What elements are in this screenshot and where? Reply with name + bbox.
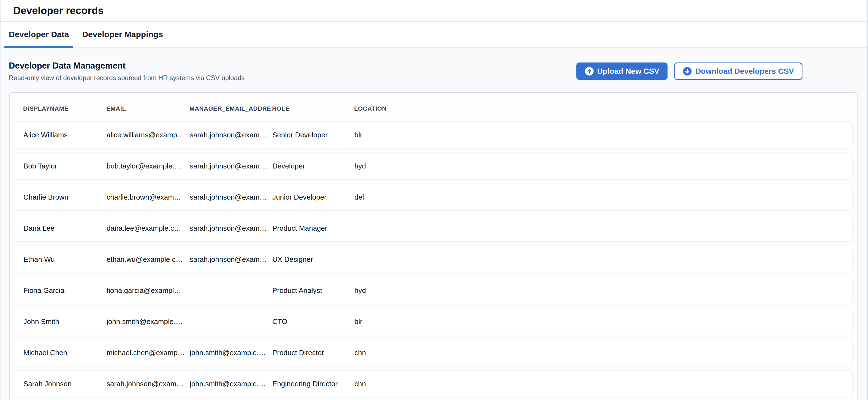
cell-displayname: Alice Williams: [23, 131, 106, 139]
content-area: Developer Data Management Read-only view…: [1, 48, 867, 399]
cell-manager-email: sarah.johnson@exam…: [190, 255, 272, 264]
cell-role: UX Designer: [272, 255, 354, 264]
cell-email: ethan.wu@example.c…: [106, 255, 190, 264]
page-header: Developer records: [1, 0, 867, 22]
cell-displayname: Ethan Wu: [23, 255, 106, 264]
cell-email: bob.taylor@example.…: [106, 162, 190, 171]
active-tab-indicator: [4, 46, 73, 48]
upload-new-csv-label: Upload New CSV: [597, 67, 659, 76]
table-row: Dana Lee dana.lee@example.c… sarah.johns…: [14, 215, 852, 242]
column-header-displayname: DISPLAYNAME: [23, 105, 106, 112]
download-developers-csv-label: Download Developers CSV: [695, 67, 794, 76]
column-header-email: EMAIL: [106, 105, 189, 112]
cell-manager-email: sarah.johnson@exam…: [190, 224, 272, 233]
cell-manager-email: john.smith@example.…: [190, 380, 272, 388]
section-heading: Developer Data Management: [9, 61, 245, 71]
tab-developer-mappings[interactable]: Developer Mappings: [78, 22, 167, 47]
tab-developer-mappings-label: Developer Mappings: [82, 30, 163, 39]
cell-location: chn: [354, 348, 847, 357]
table-row: Ethan Wu ethan.wu@example.c… sarah.johns…: [14, 246, 852, 273]
developer-table-card: DISPLAYNAME EMAIL MANAGER_EMAIL_ADDRE… R…: [9, 92, 858, 400]
cell-email: charlie.brown@exam…: [106, 193, 190, 202]
cell-location: blr: [354, 131, 847, 139]
download-developers-csv-button[interactable]: Download Developers CSV: [674, 62, 802, 80]
header-actions: Upload New CSV Download Developers CSV: [577, 62, 802, 80]
section-header-text: Developer Data Management Read-only view…: [9, 61, 245, 82]
cell-role: Product Manager: [272, 224, 354, 233]
cell-role: Product Director: [272, 348, 354, 357]
cell-email: michael.chen@examp…: [106, 348, 190, 357]
cell-email: alice.williams@examp…: [106, 131, 190, 139]
cell-location: blr: [354, 317, 847, 326]
page-title: Developer records: [13, 5, 103, 17]
cell-email: sarah.johnson@exam…: [106, 380, 190, 388]
table-header-row: DISPLAYNAME EMAIL MANAGER_EMAIL_ADDRE… R…: [10, 93, 857, 121]
cell-role: Product Analyst: [272, 286, 354, 295]
cell-displayname: John Smith: [23, 317, 106, 326]
tab-developer-data[interactable]: Developer Data: [4, 22, 73, 47]
tab-developer-data-label: Developer Data: [9, 30, 69, 39]
table-row: Sarah Johnson sarah.johnson@exam… john.s…: [14, 370, 852, 397]
cell-displayname: Bob Taylor: [23, 162, 106, 171]
table-row: Fiona Garcia fiona.garcia@exampl… Produc…: [14, 277, 852, 304]
table-row: John Smith john.smith@example.… CTO blr: [14, 308, 852, 335]
cell-manager-email: sarah.johnson@exam…: [190, 193, 272, 202]
cell-displayname: Dana Lee: [23, 224, 106, 233]
column-header-location: LOCATION: [354, 105, 851, 112]
table-row: Bob Taylor bob.taylor@example.… sarah.jo…: [14, 153, 852, 180]
tab-bar: Developer Data Developer Mappings: [1, 22, 867, 48]
cell-role: Developer: [272, 162, 354, 171]
cell-manager-email: john.smith@example.…: [190, 348, 272, 357]
arrow-up-circle-icon: [585, 67, 594, 76]
cell-email: john.smith@example.…: [106, 317, 190, 326]
table-row: Alice Williams alice.williams@examp… sar…: [14, 121, 852, 148]
arrow-down-circle-icon: [683, 67, 692, 76]
cell-email: fiona.garcia@exampl…: [106, 286, 190, 295]
upload-new-csv-button[interactable]: Upload New CSV: [577, 62, 668, 80]
cell-manager-email: sarah.johnson@exam…: [190, 162, 272, 171]
cell-location: hyd: [354, 162, 847, 171]
table-row: Charlie Brown charlie.brown@exam… sarah.…: [14, 184, 852, 211]
cell-manager-email: sarah.johnson@exam…: [190, 131, 272, 139]
cell-displayname: Charlie Brown: [23, 193, 106, 202]
table-row: Michael Chen michael.chen@examp… john.sm…: [14, 339, 852, 366]
column-header-role: ROLE: [272, 105, 354, 112]
section-description: Read-only view of developer records sour…: [9, 74, 245, 82]
cell-role: Junior Developer: [272, 193, 354, 202]
column-header-manager-email: MANAGER_EMAIL_ADDRE…: [189, 105, 272, 112]
section-header: Developer Data Management Read-only view…: [9, 61, 802, 82]
cell-email: dana.lee@example.c…: [106, 224, 190, 233]
table-body: Alice Williams alice.williams@examp… sar…: [10, 121, 857, 397]
cell-role: Senior Developer: [272, 131, 354, 139]
cell-location: del: [354, 193, 847, 202]
cell-location: chn: [354, 380, 847, 388]
cell-role: Engineering Director: [272, 380, 354, 388]
cell-location: hyd: [354, 286, 847, 295]
cell-displayname: Fiona Garcia: [23, 286, 106, 295]
cell-displayname: Sarah Johnson: [23, 380, 106, 388]
cell-role: CTO: [272, 317, 354, 326]
cell-displayname: Michael Chen: [23, 348, 106, 357]
